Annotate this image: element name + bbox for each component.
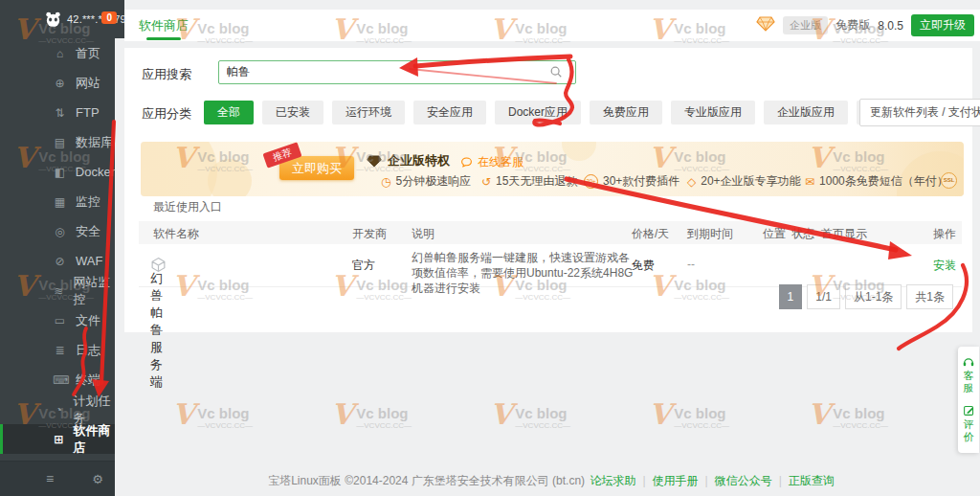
sidebar-item-monitor[interactable]: ▦监控 <box>0 187 115 216</box>
transfer-icon: ⇅ <box>53 106 67 120</box>
plugins-count-icon: 30+ <box>584 174 598 189</box>
sidebar-item-label: 文件 <box>76 312 100 329</box>
footer-link-2[interactable]: 微信公众号 <box>715 474 772 487</box>
watermark-logo: V <box>490 400 512 429</box>
sidebar-item-label: FTP <box>76 105 100 120</box>
table-header-cell: 首页显示 <box>821 226 867 242</box>
sidebar-item-home[interactable]: ⌂首页 <box>0 38 115 68</box>
banner-feature: ◷5分钟极速响应 <box>381 173 471 190</box>
category-button-6[interactable]: 专业版应用 <box>671 101 755 124</box>
home-icon: ⌂ <box>53 47 67 60</box>
float-sidebar: 客服 评价 <box>958 347 979 453</box>
watermark: VVc blog—VCVCC.CC— <box>172 400 253 430</box>
table-header-cell: 操作 <box>933 226 956 242</box>
footer-link-3[interactable]: 正版查询 <box>789 474 835 487</box>
sidebar-item-docker[interactable]: ◧Docker <box>0 157 115 187</box>
footer-link-0[interactable]: 论坛求助 <box>590 474 635 487</box>
sidebar-item-site-monitor[interactable]: ≋网站监控 <box>0 276 115 305</box>
panda-logo-icon <box>44 11 62 29</box>
online-support-link[interactable]: 在线客服 <box>460 154 523 170</box>
message-count-badge[interactable]: 0 <box>101 11 117 24</box>
sidebar-item-site[interactable]: ⊕网站 <box>0 68 115 98</box>
support-float-button[interactable]: 客服 <box>958 355 979 395</box>
watermark-title: Vc blog <box>197 406 253 421</box>
recent-entry-label: 最近使用入口 <box>153 199 222 215</box>
sidebar-item-label: 首页 <box>76 45 100 62</box>
sidebar-item-security[interactable]: ◎安全 <box>0 216 115 246</box>
folder-icon: ▭ <box>53 314 67 327</box>
sidebar-menu: ⌂首页⊕网站⇅FTP▤数据库◧Docker▦监控◎安全⊘WAF≋网站监控▭文件≣… <box>0 38 115 454</box>
footer-separator: | <box>705 474 708 487</box>
software-name-text: 幻兽帕鲁服务端 <box>150 270 167 391</box>
watermark: VVc blog—VCVCC.CC— <box>649 400 729 430</box>
category-button-3[interactable]: 安全应用 <box>413 101 486 124</box>
support-label: 客服 <box>964 370 974 395</box>
pagination-item-3[interactable]: 共1条 <box>906 284 953 309</box>
settings-gear-icon[interactable]: ⚙ <box>92 472 103 486</box>
float-label-char: 客 <box>964 370 974 382</box>
watermark-title: Vc blog <box>515 406 570 421</box>
pagination-item-1[interactable]: 1/1 <box>807 284 840 309</box>
table-header: 软件名称开发商说明价格/天到期时间位置状态首页显示操作 <box>139 221 962 244</box>
mail-icon: ✉ <box>805 175 814 189</box>
float-label-char: 服 <box>964 382 974 395</box>
dark-gem-icon <box>367 155 382 168</box>
footer-separator: | <box>642 474 645 487</box>
sidebar-item-label: 终端 <box>76 372 100 389</box>
category-button-2[interactable]: 运行环境 <box>332 101 405 124</box>
sidebar-item-terminal[interactable]: ⌨终端 <box>0 365 115 395</box>
watermark: VVc blog—VCVCC.CC— <box>331 400 412 430</box>
watermark-text: Vc blog—VCVCC.CC— <box>515 400 570 430</box>
table-header-cell: 开发商 <box>352 226 387 242</box>
category-button-4[interactable]: Docker应用 <box>495 101 581 124</box>
description-cell: 幻兽帕鲁服务端一键建服，快速设置游戏各项数值倍率，需要使用Ubuntu-22系统… <box>412 250 639 296</box>
search-icon[interactable] <box>549 65 563 82</box>
category-button-1[interactable]: 已安装 <box>262 101 323 124</box>
collapse-menu-icon[interactable]: ≡ <box>46 471 54 486</box>
watermark-subtitle: —VCVCC.CC— <box>356 421 412 430</box>
banner-feature: ◇20+企业版专享功能 <box>687 173 801 190</box>
sidebar-item-label: 数据库 <box>76 134 113 151</box>
upgrade-button[interactable]: 立即升级 <box>911 14 974 36</box>
tab-underline <box>146 37 181 40</box>
pagination-item-0[interactable]: 1 <box>779 284 803 309</box>
server-ip: 42.***.***.79 <box>67 13 126 25</box>
sidebar-item-waf[interactable]: ⊘WAF <box>0 246 115 276</box>
watermark-text: Vc blog—VCVCC.CC— <box>833 400 888 430</box>
version-cluster: 企业版 免费版 8.0.5 立即升级 <box>756 10 974 41</box>
category-button-7[interactable]: 企业版应用 <box>764 101 848 124</box>
sidebar-item-label: Docker <box>76 165 115 179</box>
review-label: 评价 <box>964 418 974 443</box>
watermark-text: Vc blog—VCVCC.CC— <box>356 400 412 430</box>
sidebar-item-database[interactable]: ▤数据库 <box>0 127 115 157</box>
sidebar-item-files[interactable]: ▭文件 <box>0 305 115 335</box>
sidebar-item-app-store[interactable]: ⊞软件商店 <box>0 424 115 454</box>
category-button-5[interactable]: 免费应用 <box>590 101 662 124</box>
panel-version: 8.0.5 <box>878 19 903 33</box>
update-software-list-button[interactable]: 更新软件列表 / 支付状态 <box>859 99 980 126</box>
log-icon: ≣ <box>53 344 67 357</box>
category-button-0[interactable]: 全部 <box>204 101 254 124</box>
database-icon: ▤ <box>53 136 67 149</box>
watermark-text: Vc blog—VCVCC.CC— <box>197 400 253 430</box>
monitor-icon: ▦ <box>53 195 67 209</box>
docker-icon: ◧ <box>53 166 67 179</box>
sidebar-item-cron[interactable]: ◔计划任务 <box>0 395 115 424</box>
table-header-cell: 价格/天 <box>632 226 669 242</box>
footer-link-1[interactable]: 使用手册 <box>653 474 699 487</box>
search-input[interactable] <box>218 60 576 84</box>
sidebar-item-label: 日志 <box>76 342 100 359</box>
table-header-cell: 状态 <box>791 226 814 242</box>
watermark-title: Vc blog <box>356 406 412 421</box>
table-row: 幻兽帕鲁服务端官方幻兽帕鲁服务端一键建服，快速设置游戏各项数值倍率，需要使用Ub… <box>139 244 962 287</box>
top-tabstrip: 软件商店 企业版 免费版 8.0.5 立即升级 <box>124 10 980 41</box>
pagination-item-2[interactable]: 从1-1条 <box>845 284 902 309</box>
refund-icon: ↺ <box>481 175 491 189</box>
install-link[interactable]: 安装 <box>933 258 956 274</box>
page: ⌂首页⊕网站⇅FTP▤数据库◧Docker▦监控◎安全⊘WAF≋网站监控▭文件≣… <box>0 0 980 496</box>
sidebar-item-label: 网站监控 <box>74 274 115 308</box>
watermark-text: Vc blog—VCVCC.CC— <box>674 400 729 430</box>
sidebar-item-ftp[interactable]: ⇅FTP <box>0 98 115 127</box>
review-float-button[interactable]: 评价 <box>958 404 979 443</box>
sidebar-item-logs[interactable]: ≣日志 <box>0 335 115 365</box>
